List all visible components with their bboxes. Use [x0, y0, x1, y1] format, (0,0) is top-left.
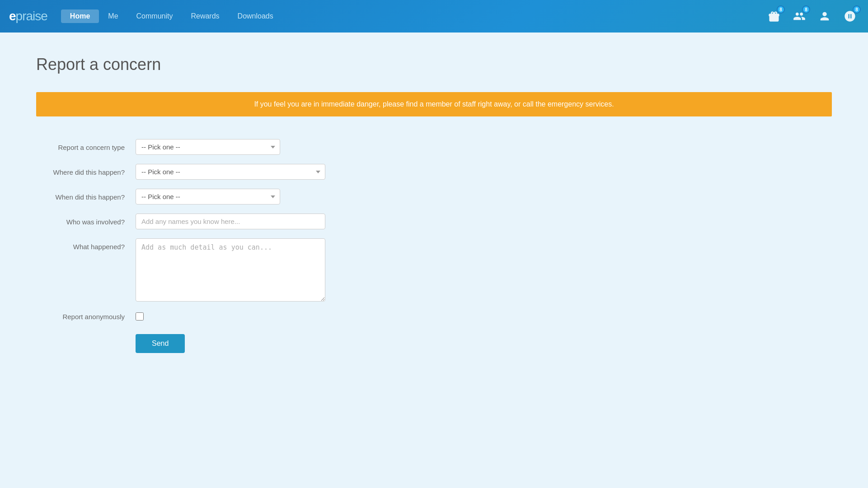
brand-praise: praise: [16, 9, 47, 23]
brand-e: e: [9, 9, 16, 23]
gift-icon-button[interactable]: 8: [765, 7, 783, 25]
people-icon-button[interactable]: 8: [841, 7, 859, 25]
people-badge: 8: [853, 5, 861, 14]
nav-downloads[interactable]: Downloads: [229, 9, 282, 23]
where-label: Where did this happen?: [36, 164, 136, 176]
what-row: What happened?: [36, 238, 352, 303]
concern-type-label: Report a concern type: [36, 139, 136, 151]
nav-links: Home Me Community Rewards Downloads: [61, 9, 765, 23]
group-badge: 8: [802, 5, 810, 14]
what-control: [136, 238, 325, 303]
nav-icons: 8 8 8: [765, 7, 859, 25]
anonymous-checkbox[interactable]: [136, 312, 144, 321]
who-input[interactable]: [136, 214, 325, 229]
where-control: -- Pick one --: [136, 164, 325, 180]
person-icon: [818, 10, 831, 23]
concern-type-select[interactable]: -- Pick one --: [136, 139, 280, 155]
anonymous-label: Report anonymously: [36, 313, 136, 321]
report-form: Report a concern type -- Pick one -- Whe…: [36, 139, 352, 353]
nav-me[interactable]: Me: [99, 9, 127, 23]
who-label: Who was involved?: [36, 214, 136, 226]
concern-type-control: -- Pick one --: [136, 139, 280, 155]
when-row: When did this happen? -- Pick one --: [36, 189, 352, 204]
what-label: What happened?: [36, 238, 136, 251]
who-control: [136, 214, 325, 229]
navbar: epraise Home Me Community Rewards Downlo…: [0, 0, 868, 33]
concern-type-row: Report a concern type -- Pick one --: [36, 139, 352, 155]
gift-badge: 8: [777, 5, 785, 14]
when-select[interactable]: -- Pick one --: [136, 189, 280, 204]
person-icon-button[interactable]: [816, 7, 834, 25]
what-textarea[interactable]: [136, 238, 325, 302]
main-content: Report a concern If you feel you are in …: [0, 33, 868, 389]
send-button[interactable]: Send: [136, 334, 185, 353]
where-row: Where did this happen? -- Pick one --: [36, 164, 352, 180]
when-control: -- Pick one --: [136, 189, 280, 204]
when-label: When did this happen?: [36, 189, 136, 201]
page-title: Report a concern: [36, 55, 832, 74]
group-icon-button[interactable]: 8: [790, 7, 808, 25]
nav-community[interactable]: Community: [127, 9, 182, 23]
who-row: Who was involved?: [36, 214, 352, 229]
brand-logo[interactable]: epraise: [9, 9, 47, 23]
send-row: Send: [36, 334, 352, 353]
where-select[interactable]: -- Pick one --: [136, 164, 325, 180]
anonymous-row: Report anonymously: [36, 312, 352, 321]
nav-home[interactable]: Home: [61, 9, 99, 23]
alert-banner: If you feel you are in immediate danger,…: [36, 92, 832, 116]
nav-rewards[interactable]: Rewards: [182, 9, 228, 23]
